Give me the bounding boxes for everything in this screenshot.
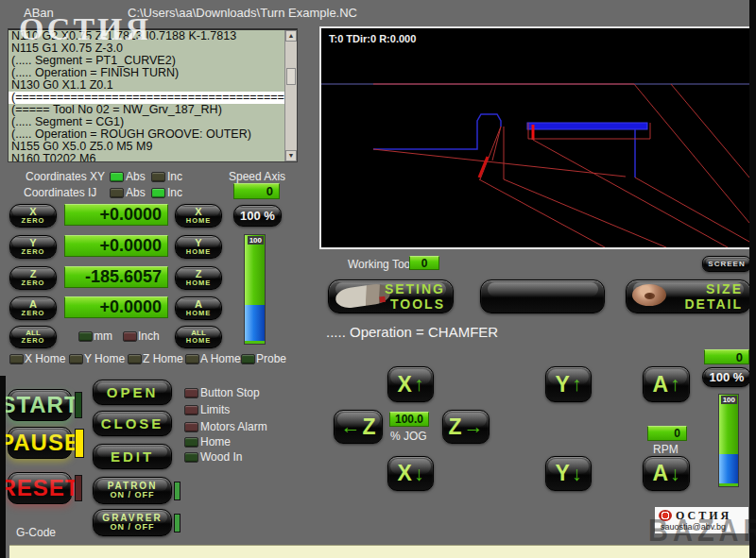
jog-percent-value[interactable]: 100.0 bbox=[389, 412, 429, 427]
jog-letter: Z bbox=[362, 414, 375, 440]
left-edge-strip bbox=[0, 376, 6, 558]
axis-speed-percent-button[interactable]: 100 % bbox=[233, 205, 282, 227]
working-tool-value: 0 bbox=[409, 256, 439, 270]
inc-ij-checkbox[interactable] bbox=[151, 188, 165, 198]
y-position-display: +0.0000 bbox=[64, 235, 168, 257]
home-flag-checkbox[interactable] bbox=[184, 437, 198, 448]
rpm-value: 0 bbox=[647, 426, 687, 441]
pause-button[interactable]: PAUSE bbox=[8, 427, 72, 459]
jog-letter: Y bbox=[556, 372, 570, 397]
jog-x-minus-button[interactable]: X↓ bbox=[387, 456, 434, 491]
y-zero-button[interactable]: Y ZERO bbox=[9, 235, 57, 259]
gravrer-on-off-button[interactable]: GRAVRER ON / OFF bbox=[93, 509, 172, 536]
wood-in-checkbox[interactable] bbox=[184, 452, 198, 463]
abs-xy-label: Abs bbox=[126, 170, 146, 183]
a-home-flag-label: A Home bbox=[200, 352, 241, 365]
speed-axis-value: 0 bbox=[233, 183, 280, 199]
probe-checkbox[interactable] bbox=[241, 354, 255, 364]
y-home-flag-label: Y Home bbox=[84, 352, 125, 365]
inch-label: Inch bbox=[138, 330, 160, 343]
z-home-button[interactable]: Z HOME bbox=[175, 266, 222, 290]
operation-readout: ..... Operation = CHAMFER bbox=[326, 324, 498, 340]
gauge-max-label: 100 bbox=[721, 396, 737, 404]
arrow-up-icon: ↑ bbox=[414, 373, 424, 396]
coordinates-ij-label: Coordinates IJ bbox=[24, 186, 96, 199]
x-home-checkbox[interactable] bbox=[9, 354, 24, 364]
setting-tools-button[interactable]: SETINGTOOLS bbox=[328, 279, 454, 313]
reset-button[interactable]: RESET bbox=[8, 472, 72, 504]
zero-label: ZERO bbox=[22, 310, 45, 317]
arrow-up-icon: ↑ bbox=[572, 373, 582, 396]
inch-checkbox[interactable] bbox=[123, 331, 137, 342]
x-position-display: +0.0000 bbox=[64, 204, 168, 226]
x-zero-button[interactable]: X ZERO bbox=[9, 204, 57, 228]
gcode-scrollbar[interactable]: ▲ ▼ bbox=[284, 30, 297, 161]
screen-button[interactable]: SCREEN bbox=[702, 256, 751, 272]
a-zero-button[interactable]: A ZERO bbox=[9, 296, 57, 320]
all-zero-button[interactable]: ALL ZERO bbox=[9, 326, 57, 348]
zero-label: ZERO bbox=[22, 248, 45, 256]
rpm-label: RPM bbox=[653, 443, 679, 456]
arrow-right-icon: → bbox=[464, 415, 484, 438]
spindle-gauge: 100 bbox=[718, 394, 739, 487]
speed-axis-gauge: 100 bbox=[244, 234, 266, 345]
jog-x-plus-button[interactable]: X↑ bbox=[387, 366, 434, 402]
button-stop-checkbox[interactable] bbox=[184, 388, 198, 398]
jog-a-minus-button[interactable]: A↓ bbox=[643, 456, 690, 491]
z-zero-button[interactable]: Z ZERO bbox=[9, 266, 57, 290]
edit-button[interactable]: EDIT bbox=[93, 444, 172, 469]
jog-z-plus-button[interactable]: Z→ bbox=[442, 410, 490, 444]
start-button[interactable]: START bbox=[8, 389, 72, 421]
y-home-button[interactable]: Y HOME bbox=[175, 235, 222, 259]
abs-xy-checkbox[interactable] bbox=[110, 172, 124, 182]
gravrer-indicator bbox=[174, 514, 180, 533]
x-home-button[interactable]: X HOME bbox=[175, 204, 222, 228]
size-detail-button[interactable]: SIZEDETAIL bbox=[626, 279, 751, 313]
on-off-label: ON / OFF bbox=[111, 523, 155, 532]
z-home-checkbox[interactable] bbox=[128, 354, 142, 364]
limits-label: Limits bbox=[200, 403, 230, 416]
a-home-checkbox[interactable] bbox=[185, 354, 199, 364]
toolpath-viewport: T:0 TDir:0 R:0.000 bbox=[319, 26, 751, 249]
jog-letter: X bbox=[398, 461, 412, 486]
speed-axis-label: Speed Axis bbox=[229, 170, 285, 183]
workpiece-photo-icon bbox=[632, 284, 666, 306]
spindle-percent-button[interactable]: 100 % bbox=[702, 367, 751, 387]
open-button[interactable]: OPEN bbox=[93, 380, 172, 405]
zero-label: ZERO bbox=[22, 337, 45, 345]
gcode-entry-field[interactable] bbox=[9, 545, 750, 558]
inc-xy-label: Inc bbox=[167, 170, 182, 183]
blank-button[interactable] bbox=[480, 279, 605, 313]
abs-ij-checkbox[interactable] bbox=[110, 188, 124, 198]
jog-y-plus-button[interactable]: Y↑ bbox=[545, 366, 592, 402]
on-off-label: ON / OFF bbox=[111, 491, 155, 499]
home-label: HOME bbox=[186, 279, 212, 287]
home-flag-label: Home bbox=[200, 435, 231, 448]
scrollbar-thumb[interactable] bbox=[286, 68, 296, 85]
motors-alarm-checkbox[interactable] bbox=[184, 422, 198, 432]
tool-photo-icon bbox=[335, 282, 391, 310]
patron-on-off-button[interactable]: PATRON ON / OFF bbox=[93, 477, 172, 504]
patron-indicator bbox=[174, 482, 180, 500]
mm-checkbox[interactable] bbox=[78, 331, 93, 342]
abs-ij-label: Abs bbox=[126, 186, 146, 199]
arrow-up-icon: ↑ bbox=[670, 373, 680, 396]
jog-a-plus-button[interactable]: A↑ bbox=[643, 366, 690, 402]
limits-checkbox[interactable] bbox=[184, 405, 198, 415]
scroll-down-icon[interactable]: ▼ bbox=[285, 150, 297, 161]
gcode-line[interactable]: N160 T0202 M6 bbox=[9, 153, 297, 162]
inc-xy-checkbox[interactable] bbox=[151, 172, 165, 182]
a-home-button[interactable]: A HOME bbox=[175, 296, 222, 320]
gcode-listbox[interactable]: N110 G2 X0.75 Z-1.7813 I0.7188 K-1.7813 … bbox=[8, 28, 298, 162]
size-detail-text: SIZEDETAIL bbox=[684, 281, 743, 312]
close-button[interactable]: CLOSE bbox=[93, 411, 172, 436]
inc-ij-label: Inc bbox=[167, 186, 182, 199]
jog-z-minus-button[interactable]: ←Z bbox=[334, 410, 383, 444]
scroll-up-icon[interactable]: ▲ bbox=[285, 30, 297, 42]
gcode-entry-label: G-Code bbox=[16, 526, 56, 539]
spindle-value: 0 bbox=[704, 349, 749, 364]
jog-letter: A bbox=[652, 372, 668, 397]
jog-y-minus-button[interactable]: Y↓ bbox=[545, 456, 592, 491]
all-home-button[interactable]: ALL HOME bbox=[175, 326, 222, 348]
y-home-checkbox[interactable] bbox=[69, 354, 83, 364]
